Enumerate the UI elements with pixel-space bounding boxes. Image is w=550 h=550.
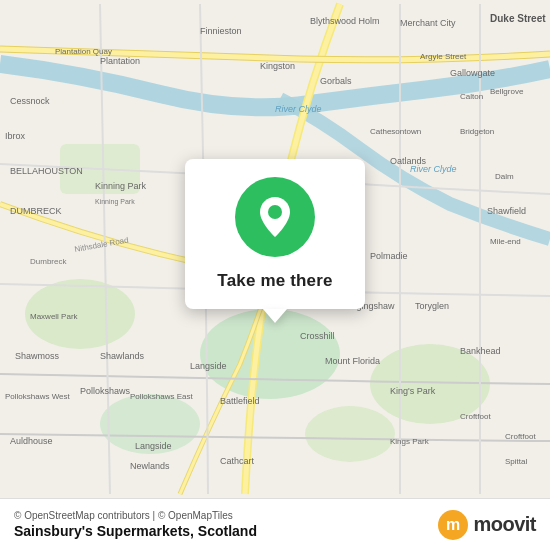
svg-text:Pollokshaws West: Pollokshaws West <box>5 392 71 401</box>
svg-text:Crosshill: Crosshill <box>300 331 335 341</box>
footer-left: © OpenStreetMap contributors | © OpenMap… <box>14 510 257 539</box>
svg-text:Shawlands: Shawlands <box>100 351 145 361</box>
svg-text:Shawmoss: Shawmoss <box>15 351 60 361</box>
svg-point-58 <box>268 205 282 219</box>
svg-text:Newlands: Newlands <box>130 461 170 471</box>
location-pin-icon <box>256 195 294 239</box>
app: BELLAHOUSTON Cessnock Plantation Finnies… <box>0 0 550 550</box>
svg-text:King's Park: King's Park <box>390 386 436 396</box>
svg-text:Blythswood Holm: Blythswood Holm <box>310 16 380 26</box>
svg-text:Pollokshaws East: Pollokshaws East <box>130 392 193 401</box>
svg-text:Duke Street: Duke Street <box>490 13 546 24</box>
svg-text:Mount Florida: Mount Florida <box>325 356 380 366</box>
svg-text:River Clyde: River Clyde <box>410 164 457 174</box>
svg-text:Langside: Langside <box>190 361 227 371</box>
svg-text:Polmadie: Polmadie <box>370 251 408 261</box>
moovit-logo: m moovit <box>437 509 536 541</box>
svg-text:BELLAHOUSTON: BELLAHOUSTON <box>10 166 83 176</box>
svg-text:DUMBRECK: DUMBRECK <box>10 206 62 216</box>
svg-text:Shawfield: Shawfield <box>487 206 526 216</box>
svg-text:Maxwell Park: Maxwell Park <box>30 312 79 321</box>
svg-text:Gallowgate: Gallowgate <box>450 68 495 78</box>
svg-text:Kingston: Kingston <box>260 61 295 71</box>
svg-text:Kinning Park: Kinning Park <box>95 181 147 191</box>
moovit-text: moovit <box>473 513 536 536</box>
svg-text:Gorbals: Gorbals <box>320 76 352 86</box>
svg-text:Dumbreck: Dumbreck <box>30 257 67 266</box>
svg-text:m: m <box>446 516 460 533</box>
svg-text:Dalm: Dalm <box>495 172 514 181</box>
svg-text:Langside: Langside <box>135 441 172 451</box>
footer-bar: © OpenStreetMap contributors | © OpenMap… <box>0 498 550 550</box>
svg-text:Finnieston: Finnieston <box>200 26 242 36</box>
svg-text:Toryglen: Toryglen <box>415 301 449 311</box>
svg-text:Plantation Quay: Plantation Quay <box>55 47 112 56</box>
svg-text:Argyle Street: Argyle Street <box>420 52 467 61</box>
svg-text:Plantation: Plantation <box>100 56 140 66</box>
moovit-icon: m <box>437 509 469 541</box>
svg-text:Cathcart: Cathcart <box>220 456 255 466</box>
svg-text:Kings Park: Kings Park <box>390 437 430 446</box>
svg-text:Battlefield: Battlefield <box>220 396 260 406</box>
svg-text:Ibrox: Ibrox <box>5 131 26 141</box>
popup-tail <box>263 309 287 323</box>
attribution-text: © OpenStreetMap contributors | © OpenMap… <box>14 510 257 521</box>
svg-text:Croftfoot: Croftfoot <box>460 412 491 421</box>
svg-text:River Clyde: River Clyde <box>275 104 322 114</box>
svg-text:Auldhouse: Auldhouse <box>10 436 53 446</box>
svg-point-5 <box>305 406 395 462</box>
location-icon-bg <box>235 177 315 257</box>
location-label: Sainsbury's Supermarkets, Scotland <box>14 523 257 539</box>
map-container: BELLAHOUSTON Cessnock Plantation Finnies… <box>0 0 550 498</box>
svg-text:Croftfoot: Croftfoot <box>505 432 536 441</box>
svg-text:Calton: Calton <box>460 92 483 101</box>
take-me-there-button[interactable]: Take me there <box>217 269 332 293</box>
svg-text:Cathesontown: Cathesontown <box>370 127 421 136</box>
svg-text:Bankhead: Bankhead <box>460 346 501 356</box>
svg-text:Cessnock: Cessnock <box>10 96 50 106</box>
svg-text:Pollokshaws: Pollokshaws <box>80 386 131 396</box>
svg-text:Bellgrove: Bellgrove <box>490 87 524 96</box>
svg-text:Spittal: Spittal <box>505 457 527 466</box>
svg-text:Merchant City: Merchant City <box>400 18 456 28</box>
svg-text:Kinning Park: Kinning Park <box>95 198 135 206</box>
popup-card: Take me there <box>185 159 365 309</box>
svg-text:Bridgeton: Bridgeton <box>460 127 494 136</box>
svg-text:Mile-end: Mile-end <box>490 237 521 246</box>
